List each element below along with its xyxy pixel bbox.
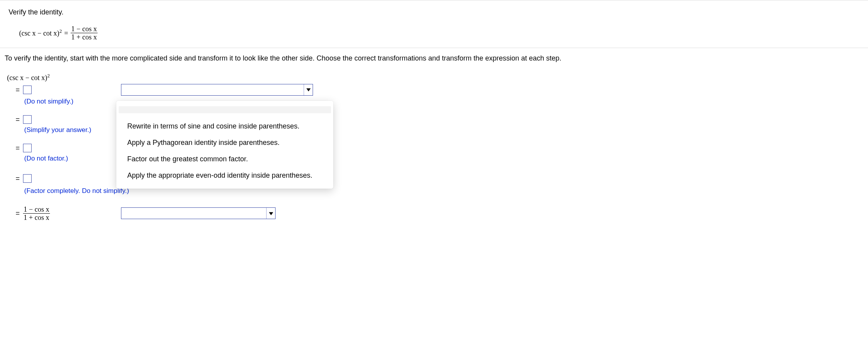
step-5-result-cell: = 1 − cos x 1 + cos x <box>5 204 117 222</box>
transform-option[interactable]: Apply a Pythagorean identity inside pare… <box>116 134 333 151</box>
equals-sign: = <box>16 143 20 153</box>
equals-sign: = <box>16 115 20 124</box>
identity-rhs-fraction: 1 − cos x 1 + cos x <box>71 25 98 41</box>
transform-option[interactable]: Factor out the greatest common factor. <box>116 151 333 167</box>
identity-equation: (csc x − cot x)2 = 1 − cos x 1 + cos x <box>19 25 98 41</box>
transform-options-panel: Rewrite in terms of sine and cosine insi… <box>116 101 333 189</box>
equals-sign: = <box>16 85 20 95</box>
identity-lhs-exp: 2 <box>59 29 62 34</box>
svg-marker-1 <box>269 212 273 215</box>
question-header: Verify the identity. (csc x − cot x)2 = … <box>0 0 868 48</box>
equals-sign: = <box>16 174 20 183</box>
step-4-answer-cell: = <box>5 174 117 183</box>
step-1-transform-value <box>121 85 138 95</box>
svg-marker-0 <box>306 89 311 92</box>
start-expression: (csc x − cot x)2 <box>7 73 863 82</box>
step-4-answer-box[interactable] <box>23 174 32 183</box>
transform-option[interactable]: Rewrite in terms of sine and cosine insi… <box>116 118 333 134</box>
step-3-answer-box[interactable] <box>23 144 32 152</box>
transform-option-blank[interactable] <box>119 106 331 113</box>
chevron-down-icon <box>304 84 313 95</box>
step-5-result-fraction: 1 − cos x 1 + cos x <box>23 206 50 221</box>
step-2-answer-cell: = <box>5 115 117 124</box>
step-5-transform-dropdown[interactable] <box>121 207 276 219</box>
transform-option[interactable]: Apply the appropriate even-odd identity … <box>116 167 333 184</box>
identity-rhs-num: 1 − cos x <box>71 25 98 33</box>
step-2-answer-box[interactable] <box>23 115 32 124</box>
start-expression-exp: 2 <box>47 73 50 79</box>
equals-sign: = <box>16 209 20 218</box>
start-expression-base: (csc x − cot x) <box>7 74 47 82</box>
step-1-answer-box[interactable] <box>23 86 32 94</box>
steps-area: (csc x − cot x)2 = (Do not simplify.) = … <box>0 68 868 236</box>
identity-rhs-den: 1 + cos x <box>71 33 98 41</box>
chevron-down-icon <box>266 208 275 219</box>
identity-lhs-base: (csc x − cot x) <box>19 29 59 37</box>
step-5-result-num: 1 − cos x <box>23 206 50 213</box>
identity-equals: = <box>64 29 68 38</box>
step-5-row: = 1 − cos x 1 + cos x <box>5 204 863 222</box>
step-1-answer-cell: = <box>5 85 117 95</box>
prompt-text: Verify the identity. <box>9 7 859 17</box>
step-1-row: = <box>5 84 863 96</box>
step-5-transform-value <box>121 209 138 218</box>
step-5-result-den: 1 + cos x <box>23 213 50 221</box>
identity-lhs: (csc x − cot x)2 <box>19 28 62 38</box>
step-1-transform-dropdown[interactable] <box>121 84 313 96</box>
step-3-answer-cell: = <box>5 143 117 153</box>
instruction-text: To verify the identity, start with the m… <box>0 48 868 68</box>
